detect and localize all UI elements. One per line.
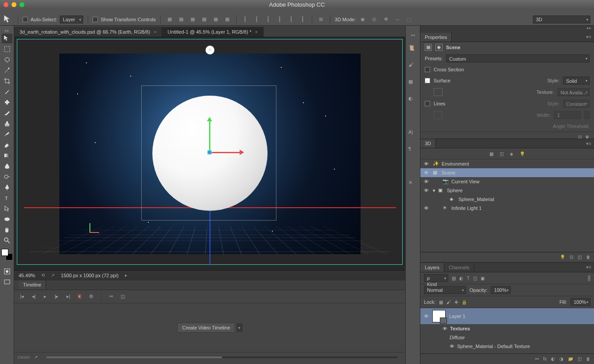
character-panel-icon[interactable]: A| xyxy=(408,129,417,138)
marquee-tool[interactable] xyxy=(2,44,12,54)
doc-info-menu-icon[interactable]: ▸ xyxy=(125,273,127,278)
layer-thumbnail[interactable] xyxy=(432,310,446,322)
close-icon[interactable]: × xyxy=(154,29,156,35)
play-icon[interactable]: ▸ xyxy=(42,293,49,300)
group-icon[interactable]: 📁 xyxy=(568,356,573,361)
brush-tool[interactable] xyxy=(2,108,12,118)
screenmode-tool[interactable] xyxy=(2,277,12,287)
gizmo-y-axis[interactable] xyxy=(209,118,210,151)
visibility-icon[interactable]: 👁 xyxy=(424,205,430,211)
adjustment-layer-icon[interactable]: ◑ xyxy=(559,356,563,361)
trash-icon[interactable]: 🗑 xyxy=(586,255,590,259)
blend-mode-dropdown[interactable]: Normal xyxy=(424,286,466,294)
tree-item-scene[interactable]: 👁▦Scene xyxy=(420,168,594,177)
panel-menu-icon[interactable]: ▾≡ xyxy=(586,264,594,270)
quickmask-tool[interactable] xyxy=(2,267,12,276)
export-icon[interactable]: ↗ xyxy=(51,273,54,278)
filter-adjust-icon[interactable]: ◐ xyxy=(459,276,463,281)
create-timeline-button[interactable]: Create Video Timeline xyxy=(177,323,235,333)
rotate-view-icon[interactable]: ⟲ xyxy=(41,273,45,278)
filter-smart-icon[interactable]: ▣ xyxy=(481,276,485,281)
render-icon[interactable]: ⊡ xyxy=(578,135,582,139)
surface-checkbox[interactable]: ✓ xyxy=(425,78,430,83)
align-vcenter-icon[interactable]: ▦ xyxy=(177,15,186,23)
filter-scene-icon[interactable]: ▦ xyxy=(489,151,493,156)
healing-tool[interactable] xyxy=(2,97,12,107)
light-toggle-icon[interactable]: 💡 xyxy=(560,255,565,259)
workspace-dropdown[interactable]: 3D xyxy=(533,15,590,23)
convert-frames-icon[interactable]: ▭▭▭ xyxy=(18,355,30,360)
opacity-field[interactable]: 100% xyxy=(491,286,511,294)
fill-field[interactable]: 100% xyxy=(571,298,590,306)
3d-slide-icon[interactable]: ↔ xyxy=(393,15,402,23)
properties-tab[interactable]: Properties xyxy=(420,33,452,42)
render-3d-icon[interactable]: ⊡ xyxy=(570,255,573,259)
zoom-tool[interactable] xyxy=(2,236,12,245)
textures-row[interactable]: 👁 Textures xyxy=(420,324,594,333)
paragraph-panel-icon[interactable]: ¶ xyxy=(408,146,417,155)
align-bottom-icon[interactable]: ▦ xyxy=(188,15,197,23)
close-window-button[interactable] xyxy=(4,2,8,7)
filter-toggle[interactable] xyxy=(588,275,590,281)
eyedropper-tool[interactable] xyxy=(2,87,12,97)
history-brush-tool[interactable] xyxy=(2,129,12,139)
tree-item-sphere-material[interactable]: ◈Sphere_Material xyxy=(420,195,594,204)
surface-style-dropdown[interactable]: Solid xyxy=(563,77,590,85)
align-top-icon[interactable]: ▦ xyxy=(165,15,174,23)
layer-filter-dropdown[interactable]: ρ Kind xyxy=(424,274,448,282)
lock-all-icon[interactable]: 🔒 xyxy=(462,300,467,305)
tools-preset-icon[interactable]: ✕ xyxy=(408,180,417,189)
visibility-icon[interactable]: 👁 xyxy=(424,161,430,167)
3d-scale-icon[interactable]: ⬚ xyxy=(404,15,413,23)
brush-panel-icon[interactable]: 🖌 xyxy=(408,62,417,71)
gradient-tool[interactable] xyxy=(2,151,12,160)
visibility-icon[interactable]: 👁 xyxy=(424,314,429,319)
doc-info[interactable]: 1500 px x 1000 px (72 ppi) xyxy=(61,273,118,278)
3d-panel-tab[interactable]: 3D xyxy=(420,139,436,148)
align-hcenter-icon[interactable]: ▦ xyxy=(211,15,220,23)
surface-texture-swatch[interactable] xyxy=(434,88,443,96)
visibility-icon[interactable]: 👁 xyxy=(424,179,430,184)
distribute-2-icon[interactable]: ┇ xyxy=(252,15,261,23)
layer-name[interactable]: Layer 1 xyxy=(449,314,466,319)
lock-transparency-icon[interactable]: ▦ xyxy=(439,300,443,305)
layer-mask-icon[interactable]: ◐ xyxy=(551,356,555,361)
lasso-tool[interactable] xyxy=(2,55,12,65)
3d-rotate-icon[interactable]: ◉ xyxy=(358,15,367,23)
type-tool[interactable]: T xyxy=(2,193,12,203)
distribute-3-icon[interactable]: ┇ xyxy=(264,15,273,23)
swatches-panel-icon[interactable]: ▦ xyxy=(408,79,417,88)
document-tab-1[interactable]: 3d_earth_rotation_with_clouds.psd @ 66.7… xyxy=(14,27,162,37)
hand-tool[interactable] xyxy=(2,225,12,235)
blur-tool[interactable] xyxy=(2,161,12,171)
light-widget-icon[interactable]: ☀ xyxy=(206,46,214,54)
trash-icon[interactable]: 🗑 xyxy=(585,135,590,139)
link-layers-icon[interactable]: ⚯ xyxy=(535,356,539,361)
prev-frame-icon[interactable]: ◂| xyxy=(30,293,37,300)
filter-light-icon[interactable]: 💡 xyxy=(520,151,525,156)
split-icon[interactable]: ✂ xyxy=(108,293,115,300)
path-select-tool[interactable] xyxy=(2,204,12,213)
expand-icon[interactable]: 👁 xyxy=(443,326,447,331)
3d-canvas[interactable]: ☀ xyxy=(59,54,361,254)
eraser-tool[interactable] xyxy=(2,140,12,150)
filter-pixel-icon[interactable]: ▧ xyxy=(452,276,456,281)
filter-shape-icon[interactable]: ◫ xyxy=(473,276,477,281)
show-transform-checkbox[interactable] xyxy=(93,17,98,22)
expand-icon[interactable]: ▾ xyxy=(433,188,435,194)
timeline-type-dropdown[interactable] xyxy=(237,324,242,332)
zoom-level[interactable]: 45.49% xyxy=(19,273,35,278)
panel-menu-icon[interactable]: ▾≡ xyxy=(586,141,594,147)
3d-pan-icon[interactable]: ✥ xyxy=(381,15,390,23)
presets-dropdown[interactable]: Custom xyxy=(446,54,590,62)
distribute-6-icon[interactable]: ┇ xyxy=(299,15,307,23)
shape-tool[interactable] xyxy=(2,214,12,224)
layer-item-1[interactable]: 👁 Layer 1 xyxy=(420,308,594,324)
canvas-area[interactable]: ☀ xyxy=(14,37,405,270)
distribute-5-icon[interactable]: ┇ xyxy=(287,15,296,23)
settings-icon[interactable]: ⚙ xyxy=(88,293,95,300)
mini-axis-widget[interactable] xyxy=(82,223,99,241)
pen-tool[interactable] xyxy=(2,182,12,192)
adjustments-panel-icon[interactable]: ◐ xyxy=(408,96,417,105)
gizmo-origin[interactable] xyxy=(207,150,212,155)
